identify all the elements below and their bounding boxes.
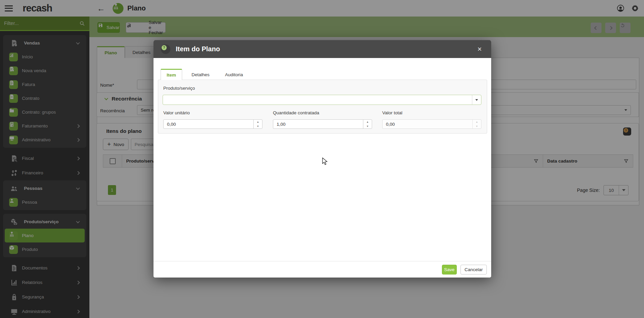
quantidade-contratada-input[interactable] (273, 120, 363, 128)
combo-dropdown-button[interactable] (472, 95, 481, 105)
cancel-button[interactable]: Cancelar (460, 265, 487, 274)
produto-servico-input[interactable] (163, 95, 472, 105)
item-do-plano-modal: ? Item do Plano × ItemDetalhesAuditoria … (153, 40, 491, 278)
save-button[interactable]: Save (442, 265, 457, 274)
valor-unitario-input[interactable] (164, 120, 253, 128)
modal-footer: Save Cancelar (153, 261, 491, 278)
spin-down[interactable]: ▼ (254, 124, 262, 128)
valor-unitario-label: Valor unitário (163, 110, 190, 115)
valor-total-input (383, 120, 472, 128)
modal-title: Item do Plano (176, 45, 475, 53)
spin-down[interactable]: ▼ (363, 124, 372, 128)
close-icon[interactable]: × (475, 45, 484, 54)
produto-servico-combobox[interactable] (163, 95, 481, 105)
quantidade-contratada-label: Quantidade contratada (273, 110, 319, 115)
valor-unitario-field: ▲ ▼ (163, 119, 262, 129)
modal-tabs: ItemDetalhesAuditoria (161, 69, 252, 80)
produto-servico-label: Produto/serviço (163, 86, 195, 91)
modal-tab-auditoria[interactable]: Auditoria (219, 69, 249, 80)
modal-header: ? Item do Plano × (153, 40, 491, 58)
valor-total-field: ▲ ▼ (382, 119, 481, 129)
spin-down: ▼ (473, 124, 481, 128)
modal-tab-detalhes[interactable]: Detalhes (186, 69, 216, 80)
quantidade-contratada-field: ▲ ▼ (273, 119, 372, 129)
valor-total-label: Valor total (382, 110, 402, 115)
modal-tab-item[interactable]: Item (161, 69, 182, 80)
spin-up[interactable]: ▲ (254, 120, 262, 124)
modal-plan-icon: ? (161, 45, 170, 54)
spin-up: ▲ (473, 120, 481, 124)
spin-up[interactable]: ▲ (363, 120, 372, 124)
svg-text:?: ? (163, 46, 165, 50)
item-tab-panel: Produto/serviço Valor unitário ▲ ▼ Quant… (158, 80, 487, 134)
